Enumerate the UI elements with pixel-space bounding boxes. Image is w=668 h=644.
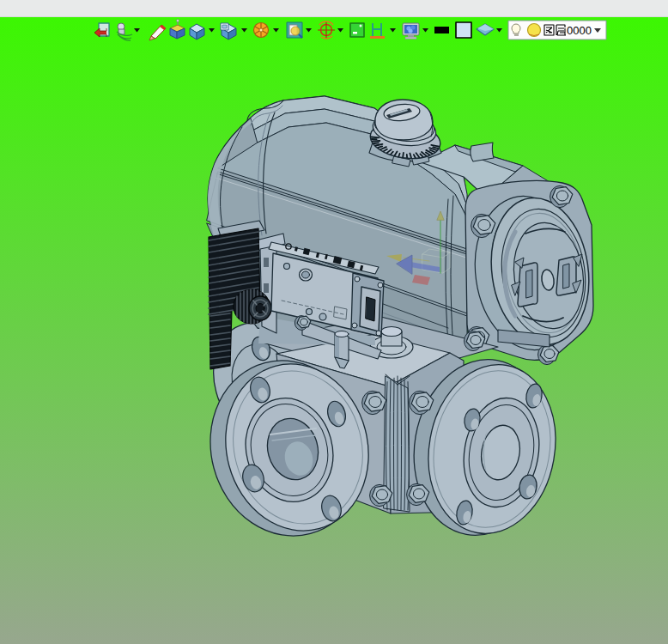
- svg-text:0000: 0000: [567, 24, 592, 37]
